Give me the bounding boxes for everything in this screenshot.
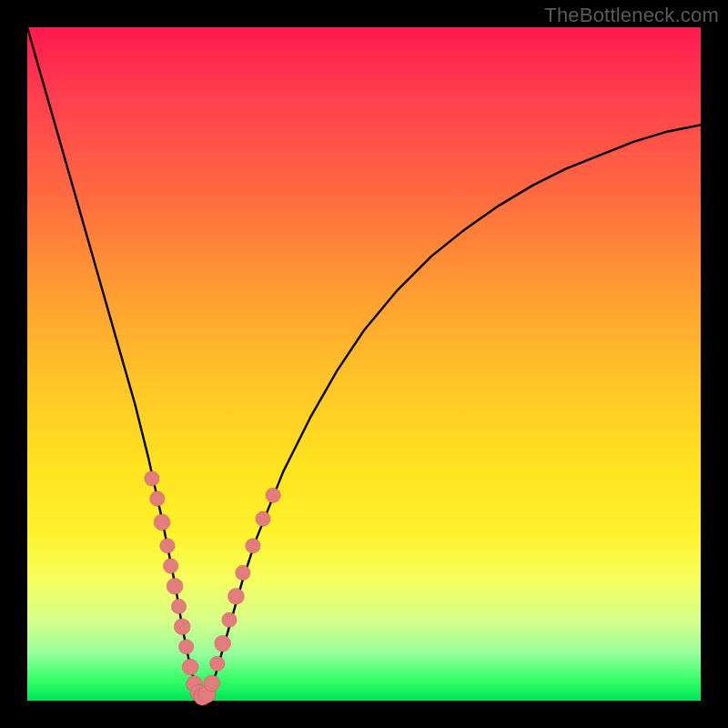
chart-stage: TheBottleneck.com — [0, 0, 728, 728]
data-marker — [160, 539, 175, 553]
data-marker — [174, 619, 190, 635]
data-marker — [266, 488, 280, 502]
watermark-text: TheBottleneck.com — [544, 4, 719, 27]
data-markers — [145, 471, 280, 706]
chart-overlay — [27, 27, 701, 701]
data-marker — [167, 578, 183, 594]
data-marker — [256, 511, 270, 526]
bottleneck-curve — [27, 27, 701, 697]
data-marker — [182, 659, 198, 675]
data-marker — [228, 588, 245, 604]
data-marker — [171, 599, 186, 613]
data-marker — [154, 514, 170, 531]
plot-area — [27, 27, 701, 701]
data-marker — [163, 559, 177, 573]
data-marker — [222, 612, 237, 627]
data-marker — [179, 640, 194, 654]
data-marker — [204, 675, 220, 692]
data-marker — [215, 635, 231, 652]
data-marker — [145, 471, 159, 486]
data-marker — [210, 656, 225, 671]
data-marker — [150, 491, 165, 506]
data-marker — [246, 539, 260, 553]
data-marker — [236, 565, 250, 580]
